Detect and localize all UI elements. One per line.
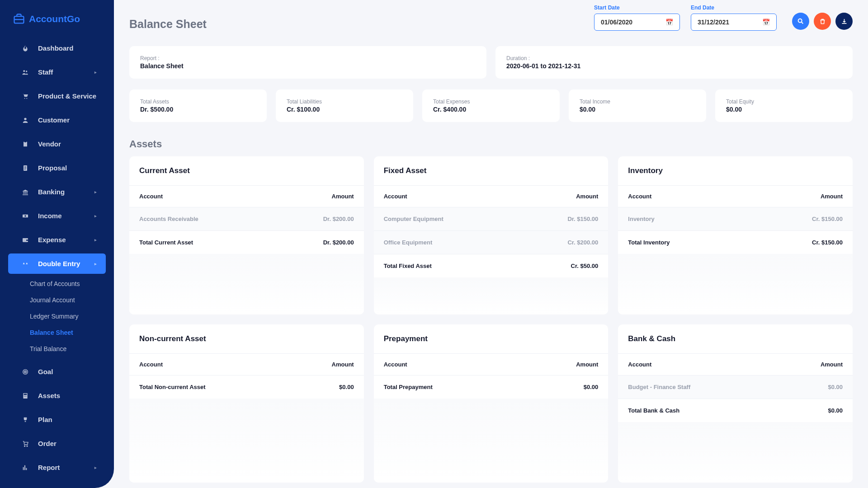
nav-item-report[interactable]: Report▸: [8, 457, 106, 478]
total-label: Total Bank & Cash: [628, 407, 679, 414]
summary-label: Total Assets: [140, 99, 256, 105]
briefcase-icon: [13, 13, 25, 25]
download-button[interactable]: [835, 13, 853, 30]
scale-icon: [21, 260, 30, 267]
total-amount: $0.00: [828, 407, 843, 414]
nav-item-label: Double Entry: [38, 260, 80, 267]
nav-item-banking[interactable]: Banking▸: [8, 182, 106, 202]
chevron-right-icon: ▸: [94, 238, 97, 242]
subnav-item-balance-sheet[interactable]: Balance Sheet: [0, 324, 114, 341]
calendar-icon: 📅: [762, 19, 770, 26]
asset-card-title: Inventory: [618, 156, 853, 186]
brand-logo[interactable]: AccountGo: [0, 8, 114, 38]
nav-item-double-entry[interactable]: Double Entry▸: [8, 253, 106, 274]
svg-point-5: [24, 117, 26, 120]
subnav-item-trial-balance[interactable]: Trial Balance: [0, 341, 114, 357]
col-account: Account: [139, 193, 163, 200]
brand-name: AccountGo: [29, 14, 80, 24]
table-header: AccountAmount: [129, 354, 364, 375]
svg-point-23: [798, 19, 802, 23]
chevron-right-icon: ▸: [94, 214, 97, 218]
search-button[interactable]: [792, 13, 809, 30]
nav-item-income[interactable]: Income▸: [8, 206, 106, 226]
duration-info-card: Duration : 2020-06-01 to 2021-12-31: [495, 46, 853, 79]
col-amount: Amount: [332, 361, 354, 368]
nav-item-proposal[interactable]: Proposal: [8, 158, 106, 178]
col-amount: Amount: [576, 193, 598, 200]
account-amount: Dr. $150.00: [567, 216, 598, 222]
summary-value: $0.00: [726, 106, 842, 113]
nav-item-plan[interactable]: Plan: [8, 409, 106, 430]
svg-point-15: [25, 371, 25, 372]
total-label: Total Non-current Asset: [139, 384, 206, 390]
report-label: Report :: [140, 55, 476, 61]
start-date-input[interactable]: 01/06/2020 📅: [594, 14, 680, 31]
nav-item-order[interactable]: Order: [8, 433, 106, 454]
svg-point-3: [24, 98, 25, 99]
doc-icon: [21, 164, 30, 172]
nav-item-expense[interactable]: Expense▸: [8, 230, 106, 250]
chart-icon: [21, 464, 30, 471]
nav-item-customer[interactable]: Customer: [8, 110, 106, 130]
nav-item-vendor[interactable]: Vendor: [8, 134, 106, 154]
svg-point-22: [27, 446, 28, 446]
subnav-item-chart-of-accounts[interactable]: Chart of Accounts: [0, 276, 114, 292]
svg-point-19: [25, 396, 25, 396]
nav-item-label: Banking: [38, 188, 65, 196]
delete-button[interactable]: [814, 13, 831, 30]
card-filler: [129, 399, 364, 483]
nav-item-staff[interactable]: Staff▸: [8, 62, 106, 82]
svg-point-18: [24, 396, 24, 396]
users-icon: [21, 69, 30, 76]
info-row: Report : Balance Sheet Duration : 2020-0…: [129, 46, 853, 79]
account-amount: $0.00: [828, 384, 843, 390]
nav-item-goal[interactable]: Goal: [8, 361, 106, 382]
table-row: Budget - Finance Staff$0.00: [618, 375, 853, 399]
total-amount: Cr. $150.00: [812, 239, 843, 246]
total-amount: Cr. $50.00: [571, 263, 599, 269]
chevron-right-icon: ▸: [94, 70, 97, 75]
calendar-icon: 📅: [665, 19, 673, 26]
nav-item-label: Order: [38, 440, 57, 447]
total-label: Total Fixed Asset: [384, 263, 432, 269]
account-name: Accounts Receivable: [139, 216, 198, 222]
svg-point-1: [23, 70, 25, 72]
total-label: Total Inventory: [628, 239, 670, 246]
svg-rect-17: [24, 394, 27, 395]
asset-card: Fixed Asset AccountAmount Computer Equip…: [374, 156, 609, 314]
nav-item-dashboard[interactable]: Dashboard: [8, 38, 106, 58]
nav-item-label: Vendor: [38, 140, 61, 148]
col-amount: Amount: [821, 193, 843, 200]
nav-item-label: Expense: [38, 236, 66, 244]
table-total: Total Prepayment$0.00: [374, 375, 609, 399]
nav-item-label: Product & Service: [38, 92, 96, 100]
account-name: Inventory: [628, 216, 655, 222]
col-account: Account: [384, 193, 407, 200]
subnav-item-ledger-summary[interactable]: Ledger Summary: [0, 308, 114, 324]
bank-icon: [21, 188, 30, 196]
wallet-icon: [21, 236, 30, 244]
nav-item-assets[interactable]: Assets: [8, 385, 106, 406]
nav-item-label: Report: [38, 464, 60, 471]
end-date-input[interactable]: 31/12/2021 📅: [691, 14, 777, 31]
table-header: AccountAmount: [374, 354, 609, 375]
svg-rect-6: [24, 141, 27, 146]
card-filler: [374, 277, 609, 314]
table-header: AccountAmount: [374, 186, 609, 207]
start-date-group: Start Date 01/06/2020 📅: [594, 5, 680, 31]
download-icon: [841, 18, 848, 25]
nav-item-product-service[interactable]: Product & Service: [8, 86, 106, 106]
svg-rect-7: [24, 141, 26, 142]
nav-item-label: Assets: [38, 392, 60, 399]
nav-item-label: Customer: [38, 116, 70, 124]
cart2-icon: [21, 440, 30, 447]
subnav-item-journal-account[interactable]: Journal Account: [0, 292, 114, 308]
duration-value: 2020-06-01 to 2021-12-31: [506, 62, 842, 70]
asset-card-title: Fixed Asset: [374, 156, 609, 186]
col-account: Account: [628, 361, 651, 368]
duration-label: Duration :: [506, 55, 842, 61]
svg-rect-12: [26, 239, 28, 241]
nav-item-label: Dashboard: [38, 44, 73, 52]
asset-card-title: Current Asset: [129, 156, 364, 186]
summary-label: Total Liabilities: [287, 99, 402, 105]
